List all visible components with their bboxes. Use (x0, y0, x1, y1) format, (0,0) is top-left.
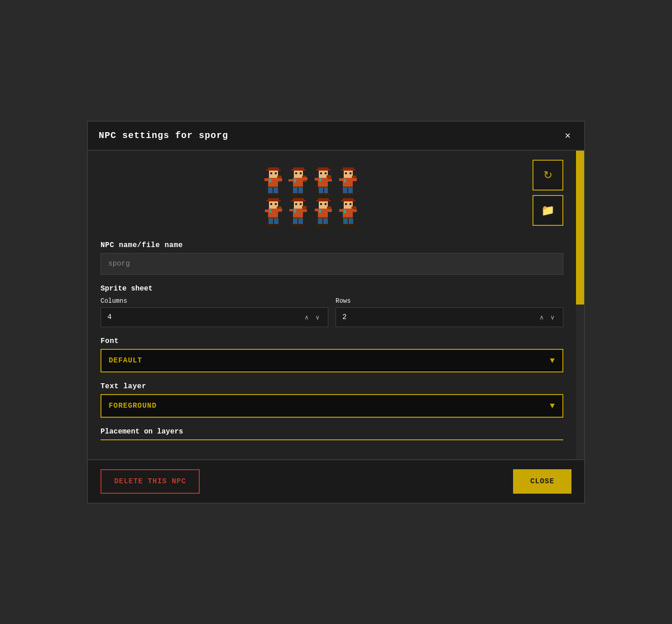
svg-rect-61 (266, 200, 281, 201)
columns-up-button[interactable]: ∧ (302, 313, 311, 321)
svg-rect-25 (293, 188, 298, 194)
svg-rect-69 (268, 217, 278, 219)
svg-rect-63 (270, 203, 272, 205)
svg-rect-9 (268, 186, 278, 188)
font-dropdown-arrow: ▼ (550, 356, 555, 365)
open-folder-button[interactable]: 📁 (533, 195, 563, 226)
close-x-button[interactable]: × (562, 130, 573, 142)
text-layer-value: Foreground (109, 402, 157, 410)
dialog-header: NPC settings for sporg × (88, 122, 584, 151)
sprite-area: ↻ 📁 (101, 160, 563, 232)
svg-rect-91 (316, 200, 331, 201)
rows-spinner: 2 ∧ ∨ (336, 307, 563, 327)
npc-name-group: NPC name/file name (101, 241, 563, 275)
rows-down-button[interactable]: ∨ (548, 313, 557, 321)
svg-rect-4 (275, 172, 277, 174)
npc-name-label: NPC name/file name (101, 241, 563, 249)
svg-rect-24 (293, 186, 303, 188)
rows-up-button[interactable]: ∧ (538, 313, 546, 321)
svg-rect-76 (291, 200, 306, 201)
svg-rect-8 (278, 178, 282, 181)
npc-settings-dialog: NPC settings for sporg × (87, 121, 585, 504)
svg-rect-49 (350, 172, 351, 174)
svg-rect-84 (293, 217, 303, 219)
svg-rect-119 (344, 210, 346, 213)
svg-rect-54 (343, 186, 353, 188)
text-layer-dropdown-arrow: ▼ (550, 401, 555, 410)
dialog-content: ↻ 📁 NPC name/file name Sprite sheet Colu… (88, 151, 576, 459)
svg-rect-68 (278, 209, 282, 211)
svg-rect-33 (320, 172, 322, 174)
svg-rect-39 (318, 186, 328, 188)
svg-rect-102 (317, 224, 322, 226)
svg-rect-93 (320, 203, 322, 205)
sprite-sheet-group: Sprite sheet Columns 4 ∧ ∨ Rows (101, 285, 563, 327)
svg-rect-106 (341, 200, 355, 201)
svg-rect-29 (294, 179, 296, 182)
svg-rect-113 (353, 210, 357, 212)
svg-rect-115 (343, 219, 348, 225)
text-layer-dropdown[interactable]: Foreground ▼ (101, 394, 563, 418)
svg-rect-40 (319, 188, 323, 194)
svg-rect-18 (295, 172, 297, 174)
svg-rect-59 (344, 179, 346, 182)
scrollbar-track[interactable] (576, 151, 584, 459)
dialog-footer: Delete this NPC Close (88, 459, 584, 503)
columns-group: Columns 4 ∧ ∨ (101, 297, 328, 327)
font-value: Default (109, 357, 142, 365)
svg-rect-42 (317, 193, 323, 195)
svg-rect-1 (266, 169, 281, 171)
svg-rect-58 (349, 193, 354, 195)
svg-rect-117 (342, 224, 348, 226)
placement-divider (101, 439, 563, 440)
npc-name-input[interactable] (101, 253, 563, 275)
font-group: Font Default ▼ (101, 337, 563, 372)
svg-rect-72 (268, 224, 273, 226)
svg-rect-71 (274, 219, 278, 225)
folder-icon: 📁 (541, 204, 555, 217)
close-button[interactable]: Close (513, 469, 571, 494)
svg-rect-28 (298, 193, 304, 195)
svg-rect-53 (353, 178, 357, 181)
svg-rect-79 (300, 203, 302, 205)
rows-value: 2 (342, 313, 347, 321)
svg-rect-70 (269, 219, 273, 225)
font-dropdown[interactable]: Default ▼ (101, 349, 563, 372)
svg-rect-86 (298, 219, 303, 225)
svg-rect-37 (315, 178, 318, 181)
svg-rect-114 (343, 217, 353, 219)
text-layer-label: Text layer (101, 382, 563, 391)
placement-group: Placement on layers (101, 428, 563, 440)
svg-rect-87 (292, 224, 298, 226)
svg-rect-41 (324, 188, 328, 194)
svg-rect-116 (349, 219, 353, 225)
svg-rect-13 (274, 193, 279, 195)
svg-rect-12 (267, 193, 273, 195)
columns-rows-row: Columns 4 ∧ ∨ Rows 2 (101, 297, 563, 327)
svg-rect-82 (289, 209, 293, 211)
columns-label: Columns (101, 297, 328, 305)
svg-rect-46 (341, 169, 355, 171)
text-layer-group: Text layer Foreground ▼ (101, 382, 563, 418)
svg-rect-38 (328, 179, 332, 181)
svg-rect-57 (342, 193, 347, 195)
svg-rect-99 (318, 217, 328, 219)
refresh-icon: ↻ (543, 169, 552, 181)
delete-npc-button[interactable]: Delete this NPC (101, 469, 200, 494)
svg-rect-88 (298, 224, 304, 226)
columns-down-button[interactable]: ∨ (313, 313, 322, 321)
font-label: Font (101, 337, 563, 345)
svg-rect-27 (292, 193, 298, 195)
rows-arrows: ∧ ∨ (538, 313, 557, 321)
rows-group: Rows 2 ∧ ∨ (336, 297, 563, 327)
refresh-sprite-button[interactable]: ↻ (533, 160, 563, 191)
scrollbar-thumb[interactable] (576, 151, 584, 305)
svg-rect-56 (348, 188, 353, 194)
sprite-action-buttons: ↻ 📁 (533, 160, 563, 226)
svg-rect-104 (319, 210, 321, 213)
svg-rect-43 (323, 193, 329, 195)
svg-rect-34 (325, 172, 326, 174)
svg-rect-118 (348, 224, 354, 226)
svg-rect-101 (323, 219, 328, 225)
svg-rect-26 (298, 188, 303, 194)
